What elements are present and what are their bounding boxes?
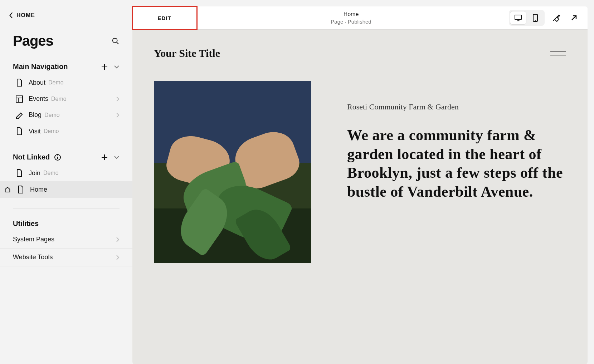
paintbrush-icon <box>552 14 560 22</box>
mobile-view-button[interactable] <box>527 11 543 24</box>
hero-section: Roseti Community Farm & Garden We are a … <box>154 81 566 263</box>
sidebar-title-row: Pages <box>0 19 132 56</box>
add-page-icon[interactable] <box>101 154 108 161</box>
page-icon <box>16 169 23 177</box>
page-icon <box>16 79 23 87</box>
desktop-view-button[interactable] <box>510 11 526 24</box>
page-icon <box>16 127 23 135</box>
menu-button[interactable] <box>550 51 566 55</box>
demo-badge: Demo <box>51 96 67 102</box>
util-label: Website Tools <box>13 254 53 261</box>
hamburger-line <box>550 51 566 52</box>
back-to-home[interactable]: HOME <box>0 0 132 19</box>
arrow-up-right-icon <box>570 14 578 21</box>
current-page-title: Home <box>344 11 359 18</box>
chevron-left-icon <box>9 12 14 19</box>
chevron-right-icon <box>116 237 120 242</box>
demo-badge: Demo <box>44 112 60 118</box>
svg-line-1 <box>117 42 119 44</box>
page-item-visit[interactable]: Visit Demo <box>0 123 132 139</box>
util-system-pages[interactable]: System Pages <box>0 231 132 249</box>
page-name: About <box>29 79 45 87</box>
chevron-right-icon <box>116 112 120 118</box>
hamburger-line <box>550 55 566 55</box>
section-label: Main Navigation <box>13 63 68 71</box>
main-area: EDIT Home Page · Published <box>132 0 594 364</box>
styles-button[interactable] <box>550 11 563 24</box>
desktop-icon <box>514 14 522 21</box>
demo-badge: Demo <box>43 170 59 176</box>
svg-point-0 <box>113 38 117 43</box>
device-toggle <box>509 10 545 26</box>
page-item-events[interactable]: Events Demo <box>0 91 132 107</box>
current-page-meta: Page · Published <box>331 18 371 25</box>
edit-button[interactable]: EDIT <box>132 6 197 29</box>
page-name: Visit <box>29 128 41 135</box>
mobile-icon <box>533 14 538 22</box>
page-item-join[interactable]: Join Demo <box>0 165 132 181</box>
page-item-home[interactable]: Home <box>0 181 132 198</box>
utilities-heading: Utilities <box>0 209 132 231</box>
demo-badge: Demo <box>48 79 64 86</box>
hero-eyebrow[interactable]: Roseti Community Farm & Garden <box>347 102 566 112</box>
add-page-icon[interactable] <box>101 63 108 70</box>
topbar-right <box>505 6 588 29</box>
sidebar-title: Pages <box>13 33 53 49</box>
hero-text: Roseti Community Farm & Garden We are a … <box>347 81 566 201</box>
app-root: HOME Pages Main Navigation About Demo Ev… <box>0 0 594 364</box>
home-indicator-icon <box>4 186 11 193</box>
page-icon <box>18 186 24 193</box>
topbar-center[interactable]: Home Page · Published <box>197 6 505 29</box>
site-header: Your Site Title <box>154 44 566 81</box>
demo-badge: Demo <box>44 128 59 134</box>
chevron-down-icon[interactable] <box>114 64 120 70</box>
back-label: HOME <box>16 12 35 19</box>
page-name: Blog <box>29 111 42 119</box>
layout-icon <box>16 95 23 103</box>
preview-scroll[interactable]: Your Site Title <box>132 29 588 364</box>
page-name: Join <box>29 169 40 177</box>
pages-sidebar: HOME Pages Main Navigation About Demo Ev… <box>0 0 132 364</box>
util-website-tools[interactable]: Website Tools <box>0 249 132 266</box>
open-external-button[interactable] <box>568 11 580 24</box>
page-item-about[interactable]: About Demo <box>0 74 132 91</box>
blog-icon <box>16 112 23 119</box>
chevron-right-icon <box>116 96 120 102</box>
search-icon[interactable] <box>112 37 120 45</box>
hero-image[interactable] <box>154 81 311 263</box>
util-label: System Pages <box>13 236 54 243</box>
hero-heading[interactable]: We are a community farm & garden located… <box>347 126 566 201</box>
topbar: EDIT Home Page · Published <box>132 6 588 29</box>
svg-point-17 <box>535 20 536 21</box>
svg-rect-13 <box>515 15 521 20</box>
section-main-nav: Main Navigation <box>0 56 132 74</box>
site-title[interactable]: Your Site Title <box>154 47 220 59</box>
svg-rect-4 <box>16 96 23 102</box>
svg-point-10 <box>57 155 58 156</box>
section-not-linked: Not Linked <box>0 139 132 165</box>
chevron-down-icon[interactable] <box>114 154 120 160</box>
page-name: Events <box>29 95 48 103</box>
page-name: Home <box>30 186 47 193</box>
section-label: Not Linked <box>13 153 50 161</box>
site-preview: Your Site Title <box>132 29 588 364</box>
page-item-blog[interactable]: Blog Demo <box>0 107 132 123</box>
edit-label: EDIT <box>157 15 171 21</box>
svg-line-18 <box>572 16 576 20</box>
info-icon[interactable] <box>54 154 61 161</box>
chevron-right-icon <box>116 255 120 260</box>
